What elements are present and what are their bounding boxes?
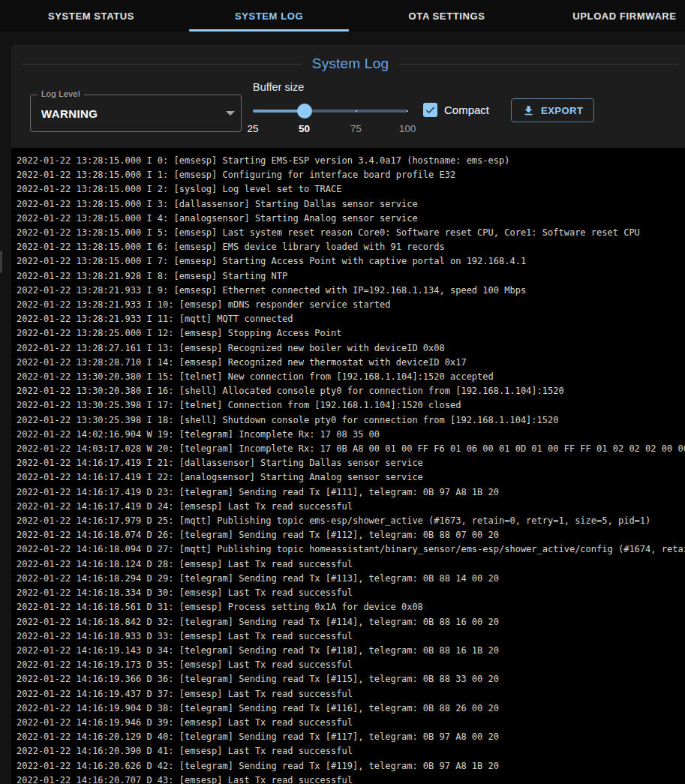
tab-list: SYSTEM STATUS SYSTEM LOG OTA SETTINGS UP… [2,0,685,32]
log-line: 2022-01-22 14:16:19.946 D 39: [emsesp] L… [17,716,685,730]
log-line: 2022-01-22 13:28:15.000 I 0: [emsesp] St… [17,154,685,168]
tab-label: SYSTEM LOG [235,11,303,22]
log-line: 2022-01-22 14:02:16.904 W 19: [telegram]… [17,428,685,442]
log-line: 2022-01-22 13:28:15.000 I 1: [emsesp] Co… [17,168,685,182]
slider-mark-labels: 25 50 75 100 [253,123,407,135]
tab-ota-settings[interactable]: OTA SETTINGS [358,0,536,32]
chevron-down-icon [226,111,235,116]
log-line: 2022-01-22 13:30:20.380 I 15: [telnet] N… [17,370,685,384]
log-line: 2022-01-22 14:16:19.904 D 38: [telegram]… [17,701,685,716]
header-divider-left [22,64,302,65]
tab-label: UPLOAD FIRMWARE [572,11,676,22]
log-line: 2022-01-22 14:16:18.124 D 28: [emsesp] L… [17,557,685,572]
compact-label[interactable]: Compact [444,104,489,116]
log-line: 2022-01-22 14:16:17.419 D 23: [telegram]… [17,485,685,500]
log-line: 2022-01-22 13:28:15.000 I 6: [emsesp] EM… [17,240,685,254]
log-line: 2022-01-22 13:28:21.928 I 8: [emsesp] St… [17,269,685,284]
window-edge-scrollbar-fragment [0,251,2,273]
tab-label: SYSTEM STATUS [48,11,134,22]
log-line: 2022-01-22 13:28:21.933 I 10: [emsesp] m… [17,298,685,312]
log-line: 2022-01-22 14:16:18.334 D 30: [emsesp] L… [17,586,685,600]
log-line: 2022-01-22 14:16:19.173 D 35: [emsesp] L… [17,658,685,672]
log-line: 2022-01-22 14:16:18.294 D 29: [telegram]… [17,572,685,586]
buffer-size-group: Buffer size 25 50 75 100 [253,81,407,135]
log-line: 2022-01-22 14:16:19.366 D 36: [telegram]… [17,672,685,686]
header-divider-right [399,64,679,65]
log-line: 2022-01-22 14:16:20.626 D 42: [telegram]… [17,759,685,773]
log-line: 2022-01-22 14:16:18.933 D 33: [emsesp] L… [17,629,685,644]
log-line: 2022-01-22 13:28:28.710 I 14: [emsesp] R… [17,356,685,370]
log-line: 2022-01-22 14:16:19.437 D 37: [emsesp] L… [17,687,685,701]
buffer-size-label: Buffer size [253,81,407,93]
slider-label-75: 75 [350,123,362,134]
log-line: 2022-01-22 14:03:17.028 W 20: [telegram]… [17,442,685,456]
app-tab-bar: SYSTEM STATUS SYSTEM LOG OTA SETTINGS UP… [0,0,685,32]
log-line: 2022-01-22 14:16:18.074 D 26: [telegram]… [17,528,685,542]
log-line: 2022-01-22 14:16:18.094 D 27: [mqtt] Pub… [17,542,685,557]
log-line: 2022-01-22 13:28:15.000 I 5: [emsesp] La… [17,226,685,240]
slider-label-50: 50 [299,123,310,134]
tab-upload-firmware[interactable]: UPLOAD FIRMWARE [536,0,685,32]
export-button-label: EXPORT [541,105,583,116]
log-line: 2022-01-22 13:28:15.000 I 4: [analogsens… [17,212,685,226]
log-line: 2022-01-22 14:16:20.390 D 41: [emsesp] L… [17,744,685,758]
log-line: 2022-01-22 13:28:15.000 I 3: [dallassens… [17,197,685,212]
log-level-value: WARNING [41,95,98,131]
log-line: 2022-01-22 13:30:20.380 I 16: [shell] Al… [17,384,685,398]
slider-mark-100 [407,110,408,112]
log-line: 2022-01-22 14:16:20.707 D 43: [emsesp] L… [17,773,685,784]
compact-checkbox[interactable] [423,103,437,117]
tab-label: OTA SETTINGS [409,11,485,22]
log-line: 2022-01-22 13:28:21.933 I 11: [mqtt] MQT… [17,312,685,326]
log-line: 2022-01-22 13:30:25.398 I 17: [telnet] C… [17,398,685,413]
log-line: 2022-01-22 13:30:25.398 I 18: [shell] Sh… [17,413,685,428]
log-line: 2022-01-22 14:16:17.419 I 21: [dallassen… [17,456,685,470]
log-line: 2022-01-22 14:16:20.129 D 40: [telegram]… [17,730,685,744]
log-line: 2022-01-22 14:16:18.561 D 31: [emsesp] P… [17,600,685,614]
log-line: 2022-01-22 14:16:19.143 D 34: [telegram]… [17,644,685,658]
log-line: 2022-01-22 13:28:27.161 I 13: [emsesp] R… [17,341,685,356]
slider-label-100: 100 [399,123,416,134]
log-line: 2022-01-22 14:16:17.419 I 22: [analogsen… [17,470,685,485]
panel-header: System Log [22,54,679,74]
tab-system-status[interactable]: SYSTEM STATUS [2,0,180,32]
log-line: 2022-01-22 13:28:15.000 I 7: [emsesp] St… [17,254,685,269]
compact-checkbox-field[interactable]: Compact [423,103,489,117]
export-button[interactable]: EXPORT [511,98,594,122]
log-line: 2022-01-22 13:28:21.933 I 9: [emsesp] Et… [17,284,685,298]
buffer-size-slider[interactable] [253,104,407,119]
log-line: 2022-01-22 14:16:17.979 D 25: [mqtt] Pub… [17,514,685,528]
log-line: 2022-01-22 13:28:25.000 I 12: [emsesp] S… [17,326,685,341]
slider-label-25: 25 [247,123,258,134]
log-level-select[interactable]: Log Level WARNING [30,95,242,132]
log-line: 2022-01-22 13:28:15.000 I 2: [syslog] Lo… [17,182,685,197]
system-log-panel: System Log Log Level WARNING Buffer size… [11,45,685,784]
tab-system-log[interactable]: SYSTEM LOG [180,0,358,32]
download-icon [522,104,535,117]
log-line: 2022-01-22 14:16:18.842 D 32: [telegram]… [17,615,685,629]
slider-thumb[interactable] [297,104,312,119]
log-line: 2022-01-22 14:16:17.419 D 24: [emsesp] L… [17,500,685,514]
active-tab-indicator [189,29,349,32]
checkmark-icon [425,104,436,116]
page-title: System Log [302,56,399,72]
log-area[interactable]: 2022-01-22 13:28:15.000 I 0: [emsesp] St… [11,148,685,784]
